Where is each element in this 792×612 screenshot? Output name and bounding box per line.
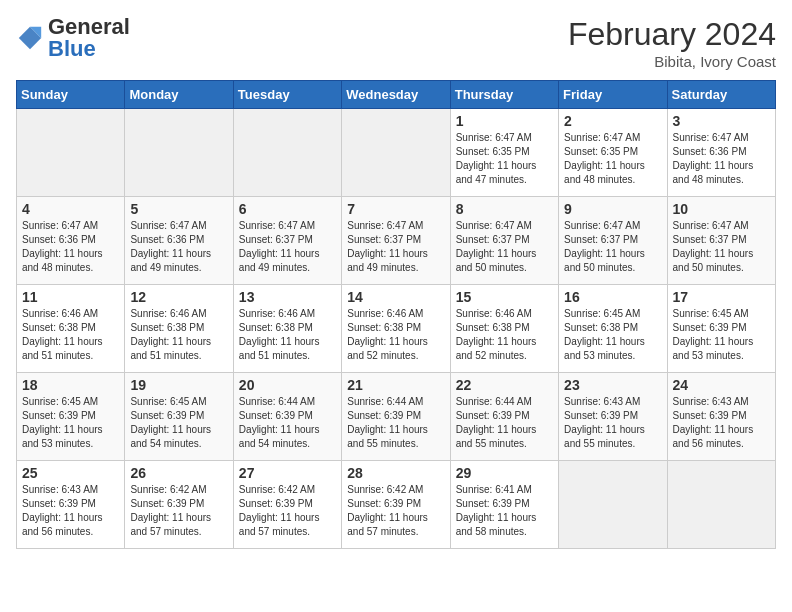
calendar-cell: 27Sunrise: 6:42 AMSunset: 6:39 PMDayligh… — [233, 461, 341, 549]
day-number: 22 — [456, 377, 553, 393]
cell-info: Sunrise: 6:46 AMSunset: 6:38 PMDaylight:… — [22, 307, 119, 363]
calendar-cell: 9Sunrise: 6:47 AMSunset: 6:37 PMDaylight… — [559, 197, 667, 285]
cell-info: Sunrise: 6:45 AMSunset: 6:39 PMDaylight:… — [130, 395, 227, 451]
calendar-cell: 11Sunrise: 6:46 AMSunset: 6:38 PMDayligh… — [17, 285, 125, 373]
day-number: 14 — [347, 289, 444, 305]
calendar-cell: 8Sunrise: 6:47 AMSunset: 6:37 PMDaylight… — [450, 197, 558, 285]
day-number: 7 — [347, 201, 444, 217]
calendar-cell — [559, 461, 667, 549]
cell-info: Sunrise: 6:45 AMSunset: 6:39 PMDaylight:… — [673, 307, 770, 363]
day-number: 29 — [456, 465, 553, 481]
calendar-cell: 22Sunrise: 6:44 AMSunset: 6:39 PMDayligh… — [450, 373, 558, 461]
logo-icon — [16, 24, 44, 52]
calendar-cell — [342, 109, 450, 197]
cell-info: Sunrise: 6:44 AMSunset: 6:39 PMDaylight:… — [456, 395, 553, 451]
day-number: 18 — [22, 377, 119, 393]
calendar-cell: 2Sunrise: 6:47 AMSunset: 6:35 PMDaylight… — [559, 109, 667, 197]
day-number: 21 — [347, 377, 444, 393]
calendar-cell — [125, 109, 233, 197]
month-year: February 2024 — [568, 16, 776, 53]
day-number: 20 — [239, 377, 336, 393]
calendar-cell: 28Sunrise: 6:42 AMSunset: 6:39 PMDayligh… — [342, 461, 450, 549]
day-number: 3 — [673, 113, 770, 129]
cell-info: Sunrise: 6:47 AMSunset: 6:36 PMDaylight:… — [673, 131, 770, 187]
calendar-week-row: 18Sunrise: 6:45 AMSunset: 6:39 PMDayligh… — [17, 373, 776, 461]
day-number: 11 — [22, 289, 119, 305]
day-number: 28 — [347, 465, 444, 481]
day-number: 17 — [673, 289, 770, 305]
cell-info: Sunrise: 6:47 AMSunset: 6:37 PMDaylight:… — [347, 219, 444, 275]
cell-info: Sunrise: 6:47 AMSunset: 6:37 PMDaylight:… — [239, 219, 336, 275]
cell-info: Sunrise: 6:43 AMSunset: 6:39 PMDaylight:… — [673, 395, 770, 451]
col-header-friday: Friday — [559, 81, 667, 109]
calendar-cell: 1Sunrise: 6:47 AMSunset: 6:35 PMDaylight… — [450, 109, 558, 197]
calendar-cell: 10Sunrise: 6:47 AMSunset: 6:37 PMDayligh… — [667, 197, 775, 285]
day-number: 27 — [239, 465, 336, 481]
calendar-cell: 4Sunrise: 6:47 AMSunset: 6:36 PMDaylight… — [17, 197, 125, 285]
cell-info: Sunrise: 6:45 AMSunset: 6:39 PMDaylight:… — [22, 395, 119, 451]
col-header-wednesday: Wednesday — [342, 81, 450, 109]
calendar-cell: 29Sunrise: 6:41 AMSunset: 6:39 PMDayligh… — [450, 461, 558, 549]
day-number: 9 — [564, 201, 661, 217]
day-number: 24 — [673, 377, 770, 393]
day-number: 16 — [564, 289, 661, 305]
cell-info: Sunrise: 6:44 AMSunset: 6:39 PMDaylight:… — [239, 395, 336, 451]
calendar-cell: 7Sunrise: 6:47 AMSunset: 6:37 PMDaylight… — [342, 197, 450, 285]
calendar-cell — [233, 109, 341, 197]
calendar-cell: 18Sunrise: 6:45 AMSunset: 6:39 PMDayligh… — [17, 373, 125, 461]
calendar-header-row: SundayMondayTuesdayWednesdayThursdayFrid… — [17, 81, 776, 109]
page-header: General Blue February 2024 Bibita, Ivory… — [16, 16, 776, 70]
cell-info: Sunrise: 6:46 AMSunset: 6:38 PMDaylight:… — [347, 307, 444, 363]
calendar-cell — [667, 461, 775, 549]
day-number: 13 — [239, 289, 336, 305]
day-number: 25 — [22, 465, 119, 481]
calendar-cell: 6Sunrise: 6:47 AMSunset: 6:37 PMDaylight… — [233, 197, 341, 285]
calendar-week-row: 1Sunrise: 6:47 AMSunset: 6:35 PMDaylight… — [17, 109, 776, 197]
cell-info: Sunrise: 6:46 AMSunset: 6:38 PMDaylight:… — [456, 307, 553, 363]
cell-info: Sunrise: 6:43 AMSunset: 6:39 PMDaylight:… — [22, 483, 119, 539]
calendar-week-row: 4Sunrise: 6:47 AMSunset: 6:36 PMDaylight… — [17, 197, 776, 285]
calendar-cell: 5Sunrise: 6:47 AMSunset: 6:36 PMDaylight… — [125, 197, 233, 285]
cell-info: Sunrise: 6:47 AMSunset: 6:35 PMDaylight:… — [456, 131, 553, 187]
col-header-saturday: Saturday — [667, 81, 775, 109]
cell-info: Sunrise: 6:41 AMSunset: 6:39 PMDaylight:… — [456, 483, 553, 539]
calendar-cell: 25Sunrise: 6:43 AMSunset: 6:39 PMDayligh… — [17, 461, 125, 549]
cell-info: Sunrise: 6:42 AMSunset: 6:39 PMDaylight:… — [347, 483, 444, 539]
cell-info: Sunrise: 6:47 AMSunset: 6:35 PMDaylight:… — [564, 131, 661, 187]
logo-blue: Blue — [48, 36, 96, 61]
cell-info: Sunrise: 6:44 AMSunset: 6:39 PMDaylight:… — [347, 395, 444, 451]
col-header-tuesday: Tuesday — [233, 81, 341, 109]
day-number: 19 — [130, 377, 227, 393]
cell-info: Sunrise: 6:47 AMSunset: 6:36 PMDaylight:… — [130, 219, 227, 275]
calendar-table: SundayMondayTuesdayWednesdayThursdayFrid… — [16, 80, 776, 549]
calendar-week-row: 11Sunrise: 6:46 AMSunset: 6:38 PMDayligh… — [17, 285, 776, 373]
calendar-cell — [17, 109, 125, 197]
calendar-cell: 13Sunrise: 6:46 AMSunset: 6:38 PMDayligh… — [233, 285, 341, 373]
calendar-cell: 15Sunrise: 6:46 AMSunset: 6:38 PMDayligh… — [450, 285, 558, 373]
calendar-cell: 12Sunrise: 6:46 AMSunset: 6:38 PMDayligh… — [125, 285, 233, 373]
calendar-cell: 26Sunrise: 6:42 AMSunset: 6:39 PMDayligh… — [125, 461, 233, 549]
calendar-cell: 17Sunrise: 6:45 AMSunset: 6:39 PMDayligh… — [667, 285, 775, 373]
day-number: 4 — [22, 201, 119, 217]
calendar-cell: 23Sunrise: 6:43 AMSunset: 6:39 PMDayligh… — [559, 373, 667, 461]
day-number: 5 — [130, 201, 227, 217]
day-number: 2 — [564, 113, 661, 129]
calendar-cell: 14Sunrise: 6:46 AMSunset: 6:38 PMDayligh… — [342, 285, 450, 373]
day-number: 8 — [456, 201, 553, 217]
calendar-cell: 24Sunrise: 6:43 AMSunset: 6:39 PMDayligh… — [667, 373, 775, 461]
cell-info: Sunrise: 6:43 AMSunset: 6:39 PMDaylight:… — [564, 395, 661, 451]
col-header-thursday: Thursday — [450, 81, 558, 109]
logo-text: General Blue — [48, 16, 130, 60]
day-number: 10 — [673, 201, 770, 217]
calendar-cell: 21Sunrise: 6:44 AMSunset: 6:39 PMDayligh… — [342, 373, 450, 461]
cell-info: Sunrise: 6:47 AMSunset: 6:37 PMDaylight:… — [673, 219, 770, 275]
col-header-monday: Monday — [125, 81, 233, 109]
day-number: 26 — [130, 465, 227, 481]
day-number: 15 — [456, 289, 553, 305]
cell-info: Sunrise: 6:42 AMSunset: 6:39 PMDaylight:… — [130, 483, 227, 539]
cell-info: Sunrise: 6:46 AMSunset: 6:38 PMDaylight:… — [239, 307, 336, 363]
cell-info: Sunrise: 6:46 AMSunset: 6:38 PMDaylight:… — [130, 307, 227, 363]
cell-info: Sunrise: 6:47 AMSunset: 6:36 PMDaylight:… — [22, 219, 119, 275]
calendar-cell: 19Sunrise: 6:45 AMSunset: 6:39 PMDayligh… — [125, 373, 233, 461]
cell-info: Sunrise: 6:42 AMSunset: 6:39 PMDaylight:… — [239, 483, 336, 539]
